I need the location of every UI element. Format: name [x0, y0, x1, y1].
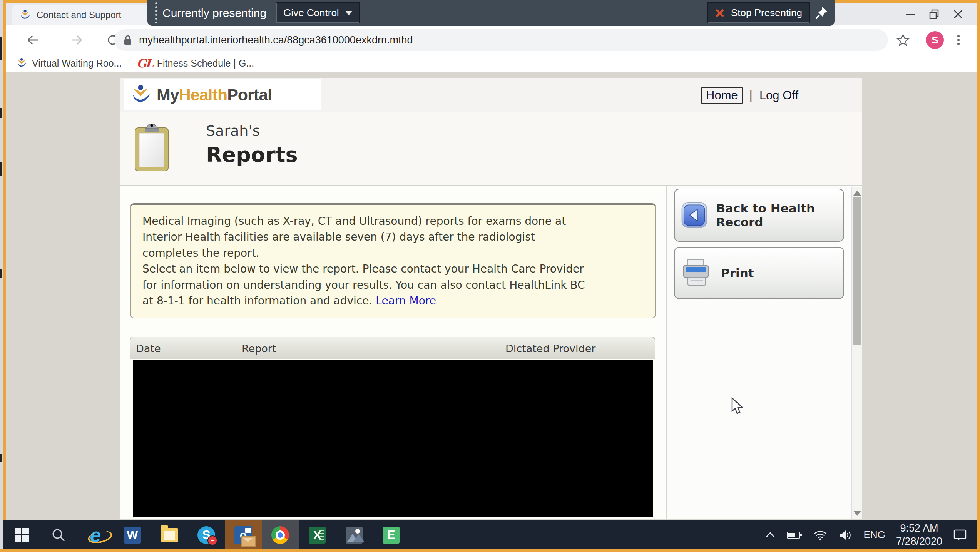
address-bar[interactable]: myhealthportal.interiorhealth.ca/88gca36… [114, 29, 888, 51]
chevron-up-icon [764, 531, 776, 539]
presenting-status: Currently presenting [162, 7, 266, 20]
main-panel: Medical Imaging (such as X-ray, CT and U… [120, 186, 667, 519]
page-content: Medical Imaging (such as X-ray, CT and U… [120, 186, 862, 519]
tray-clock-button[interactable]: 9:52 AM 7/28/2020 [896, 522, 942, 548]
restore-button[interactable] [922, 3, 946, 25]
page-title-group: Sarah's Reports [206, 122, 298, 167]
give-control-label: Give Control [283, 7, 339, 19]
page-viewport: MyHealthPortal Home | Log Off [6, 72, 977, 520]
nav-divider: | [749, 89, 753, 102]
page-scrollbar[interactable] [851, 187, 862, 519]
tray-language-button[interactable]: ENG [864, 529, 885, 541]
tray-wifi-button[interactable] [813, 530, 828, 540]
forward-button[interactable] [67, 31, 86, 49]
tray-battery-button[interactable] [787, 531, 802, 539]
windows-logo-icon [15, 528, 29, 542]
home-link[interactable]: Home [701, 87, 743, 104]
start-button[interactable] [3, 520, 40, 549]
profile-avatar[interactable]: S [926, 31, 944, 49]
chrome-icon [271, 526, 289, 544]
bookmark-fitness-schedule[interactable]: GL Fitness Schedule | G... [137, 55, 254, 72]
taskbar-excel[interactable]: X [299, 520, 336, 549]
clipboard-icon [134, 122, 170, 172]
scrollbar-thumb[interactable] [853, 197, 861, 345]
print-button[interactable]: Print [674, 247, 844, 299]
back-button[interactable] [23, 31, 42, 49]
taskbar-search-button[interactable] [40, 520, 77, 549]
back-to-health-record-button[interactable]: Back to Health Record [674, 189, 844, 242]
action-sidebar: Back to Health Record Print [667, 186, 851, 519]
system-tray: ENG 9:52 AM 7/28/2020 [764, 520, 977, 549]
taskbar-internet-explorer[interactable]: e [77, 520, 114, 549]
print-label: Print [721, 266, 754, 280]
page-title-owner: Sarah's [206, 122, 298, 139]
stop-x-icon [715, 8, 725, 18]
three-dot-menu-icon [952, 33, 965, 47]
bookmark-label: Virtual Waiting Roo... [32, 58, 122, 69]
taskbar-photos[interactable] [336, 520, 373, 549]
bookmark-star-button[interactable] [894, 31, 912, 49]
taskbar-e-app[interactable]: E [373, 520, 410, 549]
browser-tab-contact-support[interactable]: Contact and Support [12, 5, 149, 25]
close-icon [952, 8, 964, 20]
background-window-sliver [0, 0, 3, 552]
table-header-row: Date Report Dictated Provider [130, 337, 655, 359]
pin-button[interactable] [815, 6, 828, 20]
printer-icon [681, 258, 712, 288]
forward-icon [69, 33, 84, 47]
myhealthportal-logo-icon [130, 84, 152, 105]
wifi-icon [813, 530, 828, 540]
scroll-up-arrow[interactable] [853, 191, 861, 196]
share-border-right [977, 0, 980, 552]
screen: Contact and Support [0, 0, 980, 552]
tray-volume-button[interactable] [838, 529, 853, 541]
drag-handle-icon[interactable] [155, 2, 157, 23]
pushpin-icon [815, 6, 828, 20]
search-icon [51, 527, 66, 543]
new-mail-envelope-icon [241, 536, 256, 547]
bookmark-virtual-waiting-room[interactable]: Virtual Waiting Roo... [17, 55, 122, 72]
battery-icon [787, 531, 802, 539]
url-text: myhealthportal.interiorhealth.ca/88gca36… [139, 34, 413, 46]
window-controls [898, 3, 970, 25]
restore-icon [928, 8, 940, 20]
logo-text: MyHealthPortal [157, 85, 272, 104]
share-border-left [3, 0, 6, 552]
stop-presenting-button[interactable]: Stop Presenting [707, 2, 810, 23]
excel-icon: X [309, 527, 326, 544]
taskbar-outlook-active[interactable]: o [225, 520, 262, 549]
logoff-link[interactable]: Log Off [759, 89, 798, 102]
mouse-cursor [731, 397, 744, 416]
tray-chevron-up-button[interactable] [764, 531, 776, 539]
taskbar-word[interactable]: W [114, 520, 151, 549]
gl-favicon-icon: GL [137, 57, 152, 70]
photos-icon [346, 527, 363, 544]
speaker-icon [838, 529, 853, 541]
column-header-dictated-provider: Dictated Provider [505, 343, 595, 355]
taskbar-chrome-active[interactable] [262, 520, 299, 549]
page-title: Reports [206, 142, 298, 167]
tray-date: 7/28/2020 [896, 535, 942, 548]
give-control-button[interactable]: Give Control [276, 2, 360, 23]
minimize-button[interactable] [898, 3, 922, 25]
redacted-table-rows [133, 360, 653, 517]
action-center-button[interactable] [953, 529, 967, 541]
stop-presenting-label: Stop Presenting [731, 7, 802, 19]
word-icon: W [124, 527, 141, 544]
taskbar: e W S o X E [3, 520, 977, 549]
action-center-icon [953, 529, 967, 541]
tray-time: 9:52 AM [896, 522, 942, 535]
share-border-bottom [0, 549, 980, 552]
tab-favicon-myhealthportal-icon [20, 9, 31, 21]
site-nav: Home | Log Off [701, 87, 798, 104]
taskbar-skype[interactable]: S [188, 520, 225, 549]
close-button[interactable] [946, 3, 970, 25]
do-not-disturb-badge [207, 535, 217, 545]
star-icon [896, 33, 910, 47]
site-logo[interactable]: MyHealthPortal [124, 79, 321, 110]
browser-menu-button[interactable] [949, 31, 968, 49]
learn-more-link[interactable]: Learn More [376, 294, 436, 307]
scroll-down-arrow[interactable] [853, 511, 861, 516]
lock-icon[interactable] [123, 34, 133, 46]
taskbar-file-explorer[interactable] [151, 520, 188, 549]
